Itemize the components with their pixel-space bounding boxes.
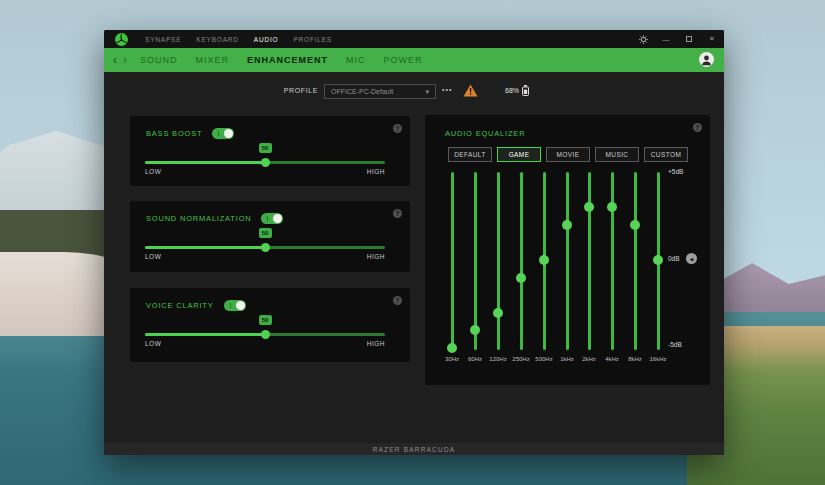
slider-value-badge: 50 — [259, 228, 272, 238]
slider-thumb[interactable] — [261, 158, 270, 167]
tab-mixer[interactable]: MIXER — [196, 55, 230, 65]
slider-fill — [145, 246, 265, 249]
preset-default-button[interactable]: DEFAULT — [448, 147, 492, 162]
low-label: LOW — [145, 340, 161, 347]
high-label: HIGH — [367, 168, 385, 175]
battery-status: 68% — [505, 85, 529, 96]
slider-track[interactable] — [145, 333, 385, 336]
razer-synapse-window: SYNAPSE KEYBOARD AUDIO PROFILES — [104, 30, 724, 455]
window-controls: — ✕ — [638, 30, 717, 48]
slider-end-labels: LOW HIGH — [145, 340, 385, 347]
sound-normalization-slider[interactable]: 50 LOW HIGH — [145, 223, 385, 267]
high-label: HIGH — [367, 340, 385, 347]
profile-row: PROFILE OFFICE-PC-Default ▾ ••• 68% — [104, 82, 724, 102]
voice-clarity-title: VOICE CLARITY — [146, 301, 214, 310]
low-label: LOW — [145, 253, 161, 260]
titlebar-menu: SYNAPSE KEYBOARD AUDIO PROFILES — [145, 36, 332, 43]
slider-value-badge: 50 — [259, 315, 272, 325]
eq-track[interactable] — [566, 172, 569, 350]
menu-profiles[interactable]: PROFILES — [293, 36, 332, 43]
menu-keyboard[interactable]: KEYBOARD — [196, 36, 239, 43]
eq-scale-minus5db: -5dB — [668, 341, 682, 348]
content-area: PROFILE OFFICE-PC-Default ▾ ••• 68% — [104, 72, 724, 455]
info-icon[interactable]: ? — [393, 296, 402, 305]
eq-thumb[interactable] — [516, 273, 526, 283]
eq-track[interactable] — [588, 172, 591, 350]
slider-fill — [145, 333, 265, 336]
eq-thumb[interactable] — [539, 255, 549, 265]
slider-fill — [145, 161, 265, 164]
eq-track[interactable] — [451, 172, 454, 350]
tab-sound[interactable]: SOUND — [140, 55, 178, 65]
preset-custom-button[interactable]: CUSTOM — [644, 147, 688, 162]
bass-boost-slider[interactable]: 50 LOW HIGH — [145, 138, 385, 182]
eq-thumb[interactable] — [493, 308, 503, 318]
menu-synapse[interactable]: SYNAPSE — [145, 36, 181, 43]
eq-thumb[interactable] — [470, 325, 480, 335]
minimize-icon[interactable]: — — [661, 33, 671, 45]
audio-equalizer-title: AUDIO EQUALIZER — [445, 129, 525, 138]
eq-band-label: 16kHz — [638, 356, 678, 362]
profile-dropdown-value: OFFICE-PC-Default — [331, 88, 393, 95]
maximize-icon[interactable] — [684, 33, 694, 45]
battery-percent: 68% — [505, 87, 519, 94]
eq-scale-0db: 0dB — [668, 255, 680, 262]
profile-more-icon[interactable]: ••• — [442, 86, 452, 93]
eq-thumb[interactable] — [630, 220, 640, 230]
desktop: SYNAPSE KEYBOARD AUDIO PROFILES — [0, 0, 825, 485]
close-icon[interactable]: ✕ — [707, 33, 717, 45]
slider-value-badge: 50 — [259, 143, 272, 153]
forward-chevron-icon[interactable]: › — [123, 55, 127, 65]
battery-icon — [522, 85, 529, 96]
profile-label: PROFILE — [274, 87, 318, 94]
tab-power[interactable]: POWER — [384, 55, 423, 65]
dropdown-chevron-icon: ▾ — [425, 88, 429, 96]
info-icon[interactable]: ? — [393, 124, 402, 133]
menu-audio[interactable]: AUDIO — [254, 36, 279, 43]
razer-logo-icon — [115, 33, 128, 46]
bass-boost-panel: BASS BOOST ? 50 LOW HIGH — [130, 116, 410, 186]
eq-thumb[interactable] — [562, 220, 572, 230]
tab-enhancement[interactable]: ENHANCEMENT — [247, 55, 328, 65]
slider-track[interactable] — [145, 246, 385, 249]
eq-thumb[interactable] — [653, 255, 663, 265]
audio-equalizer-panel: AUDIO EQUALIZER ? DEFAULT GAME MOVIE MUS… — [425, 115, 710, 385]
settings-gear-icon[interactable] — [638, 33, 648, 45]
slider-end-labels: LOW HIGH — [145, 253, 385, 260]
eq-thumb[interactable] — [447, 343, 457, 353]
info-icon[interactable]: ? — [693, 123, 702, 132]
device-name: RAZER BARRACUDA — [373, 446, 456, 453]
audio-nav-bar: ‹ › SOUND MIXER ENHANCEMENT MIC POWER — [104, 48, 724, 72]
eq-scale-plus5db: +5dB — [668, 168, 683, 175]
high-label: HIGH — [367, 253, 385, 260]
eq-track[interactable] — [497, 172, 500, 350]
slider-end-labels: LOW HIGH — [145, 168, 385, 175]
sound-normalization-title: SOUND NORMALIZATION — [146, 214, 251, 223]
preset-game-button[interactable]: GAME — [497, 147, 541, 162]
eq-collapse-icon[interactable]: ◀ — [686, 253, 697, 264]
eq-track[interactable] — [520, 172, 523, 350]
tab-mic[interactable]: MIC — [346, 55, 366, 65]
preset-music-button[interactable]: MUSIC — [595, 147, 639, 162]
eq-thumb[interactable] — [584, 202, 594, 212]
sound-normalization-panel: SOUND NORMALIZATION ? 50 LOW HIGH — [130, 201, 410, 272]
eq-track[interactable] — [474, 172, 477, 350]
profile-dropdown[interactable]: OFFICE-PC-Default ▾ — [324, 84, 436, 99]
voice-clarity-panel: VOICE CLARITY ? 50 LOW HIGH — [130, 288, 410, 362]
warning-triangle-icon[interactable] — [463, 84, 478, 97]
info-icon[interactable]: ? — [393, 209, 402, 218]
slider-thumb[interactable] — [261, 330, 270, 339]
bass-boost-title: BASS BOOST — [146, 129, 202, 138]
back-chevron-icon[interactable]: ‹ — [113, 55, 117, 65]
titlebar: SYNAPSE KEYBOARD AUDIO PROFILES — [104, 30, 724, 48]
preset-movie-button[interactable]: MOVIE — [546, 147, 590, 162]
eq-track[interactable] — [634, 172, 637, 350]
user-avatar[interactable] — [699, 52, 714, 67]
low-label: LOW — [145, 168, 161, 175]
eq-track[interactable] — [611, 172, 614, 350]
eq-thumb[interactable] — [607, 202, 617, 212]
slider-thumb[interactable] — [261, 243, 270, 252]
nav-tabs: SOUND MIXER ENHANCEMENT MIC POWER — [140, 55, 423, 65]
slider-track[interactable] — [145, 161, 385, 164]
voice-clarity-slider[interactable]: 50 LOW HIGH — [145, 310, 385, 354]
